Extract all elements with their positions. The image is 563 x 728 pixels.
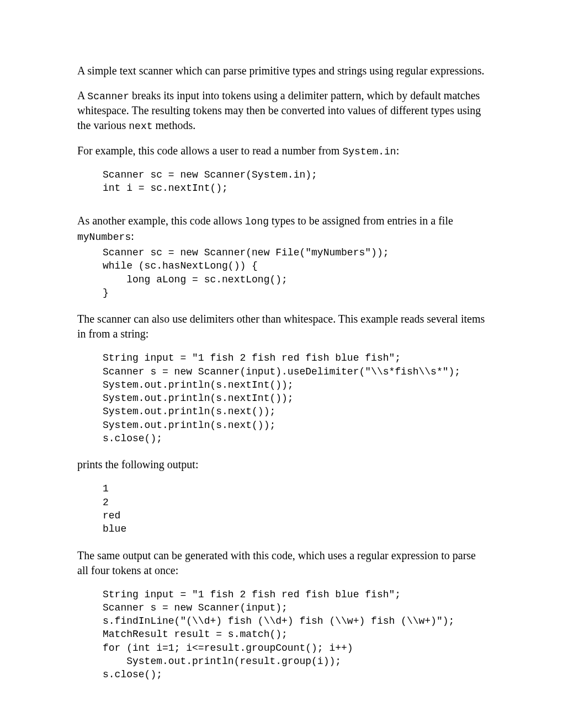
- code-block-3: String input = "1 fish 2 fish red fish b…: [103, 351, 486, 445]
- paragraph-scanner-desc: A Scanner breaks its input into tokens u…: [77, 88, 486, 133]
- code-block-1: Scanner sc = new Scanner(System.in); int…: [103, 168, 486, 195]
- text-fragment: methods.: [153, 119, 196, 131]
- inline-code-scanner: Scanner: [87, 91, 129, 102]
- paragraph-output-label: prints the following output:: [77, 457, 486, 472]
- inline-code-long: long: [245, 216, 269, 227]
- text-fragment: :: [131, 230, 134, 242]
- text-fragment: A: [77, 89, 87, 101]
- code-block-2: Scanner sc = new Scanner(new File("myNum…: [103, 246, 486, 299]
- text-fragment: As another example, this code allows: [77, 215, 245, 227]
- text-fragment: :: [396, 144, 400, 157]
- paragraph-intro: A simple text scanner which can parse pr…: [77, 63, 486, 78]
- inline-code-mynumbers: myNumbers: [77, 232, 131, 243]
- text-fragment: For example, this code allows a user to …: [77, 144, 342, 157]
- paragraph-example-2: As another example, this code allows lon…: [77, 213, 486, 244]
- code-block-5: String input = "1 fish 2 fish red fish b…: [103, 588, 486, 682]
- paragraph-example-1: For example, this code allows a user to …: [77, 143, 486, 158]
- inline-code-next: next: [129, 121, 152, 132]
- paragraph-example-4: The same output can be generated with th…: [77, 548, 486, 578]
- inline-code-systemin: System.in: [342, 146, 396, 157]
- code-block-output: 1 2 red blue: [103, 482, 486, 536]
- text-fragment: types to be assigned from entries in a f…: [269, 215, 453, 227]
- paragraph-example-3: The scanner can also use delimiters othe…: [77, 312, 486, 341]
